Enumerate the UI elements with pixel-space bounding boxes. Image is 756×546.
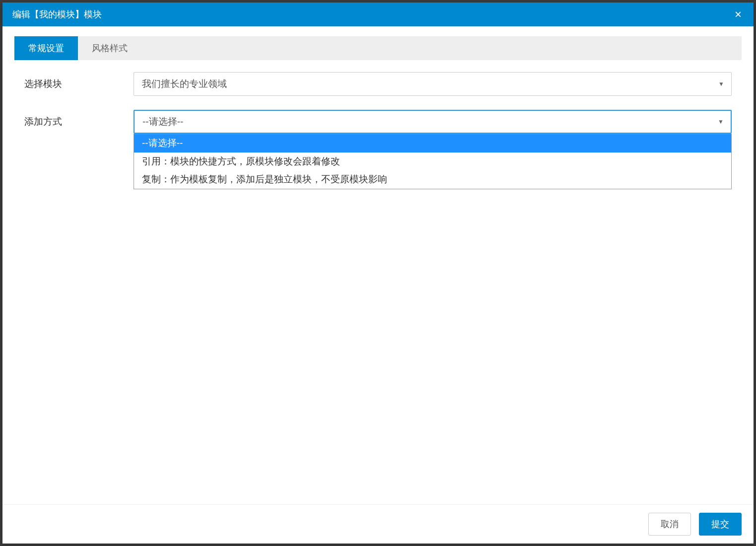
close-button[interactable]: × <box>733 8 744 20</box>
chevron-down-icon: ▼ <box>718 80 724 87</box>
form-row-add-method: 添加方式 --请选择-- ▼ --请选择-- 引用：模块的快捷方式，原模块修改会… <box>14 110 742 134</box>
submit-button[interactable]: 提交 <box>699 513 742 536</box>
modal-header: 编辑【我的模块】模块 × <box>2 2 754 26</box>
tab-general-settings[interactable]: 常规设置 <box>14 36 78 60</box>
form-row-select-module: 选择模块 我们擅长的专业领域 ▼ <box>14 72 742 96</box>
cancel-button[interactable]: 取消 <box>648 513 691 536</box>
select-module-value: 我们擅长的专业领域 <box>142 78 227 90</box>
tabs-container: 常规设置 风格样式 <box>14 36 742 60</box>
select-module-wrap: 我们擅长的专业领域 ▼ <box>134 72 732 96</box>
add-method-value: --请选择-- <box>142 115 183 128</box>
modal-body: 常规设置 风格样式 选择模块 我们擅长的专业领域 ▼ 添加方式 --请选择-- … <box>2 26 754 504</box>
label-select-module: 选择模块 <box>24 78 134 90</box>
modal-title: 编辑【我的模块】模块 <box>12 8 102 20</box>
tab-style[interactable]: 风格样式 <box>78 36 141 60</box>
close-icon: × <box>735 7 742 21</box>
dropdown-option-placeholder[interactable]: --请选择-- <box>134 134 731 153</box>
add-method-wrap: --请选择-- ▼ --请选择-- 引用：模块的快捷方式，原模块修改会跟着修改 … <box>134 110 732 134</box>
dropdown-option-copy[interactable]: 复制：作为模板复制，添加后是独立模块，不受原模块影响 <box>134 170 731 189</box>
add-method-dropdown-list: --请选择-- 引用：模块的快捷方式，原模块修改会跟着修改 复制：作为模板复制，… <box>134 134 732 189</box>
label-add-method: 添加方式 <box>24 115 134 128</box>
modal-footer: 取消 提交 <box>2 504 754 544</box>
dropdown-option-reference[interactable]: 引用：模块的快捷方式，原模块修改会跟着修改 <box>134 153 731 171</box>
chevron-down-icon: ▼ <box>718 118 724 125</box>
select-module-dropdown[interactable]: 我们擅长的专业领域 ▼ <box>134 72 732 96</box>
edit-module-modal: 编辑【我的模块】模块 × 常规设置 风格样式 选择模块 我们擅长的专业领域 ▼ … <box>2 2 754 544</box>
add-method-dropdown[interactable]: --请选择-- ▼ <box>134 110 732 134</box>
